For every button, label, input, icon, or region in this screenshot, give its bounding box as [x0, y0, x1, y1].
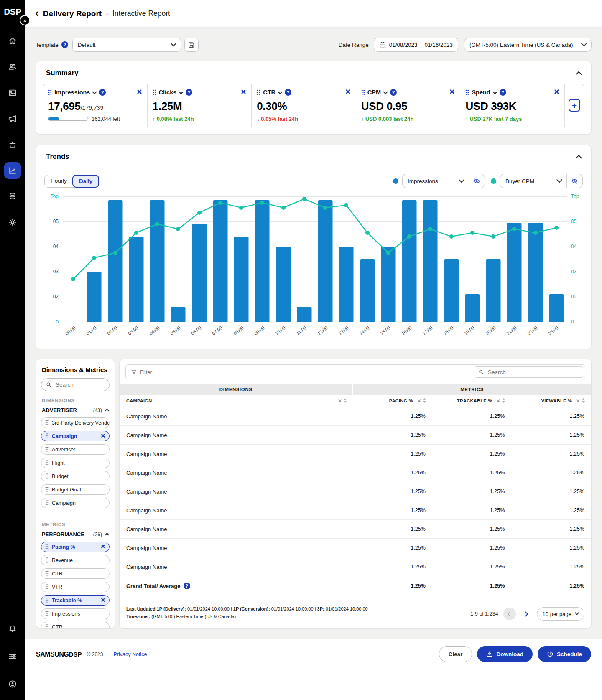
- buyer-cpm-point[interactable]: [512, 227, 516, 231]
- series-select[interactable]: Buyer CPM: [500, 174, 566, 188]
- buyer-cpm-point[interactable]: [428, 227, 432, 231]
- remove-chip-button[interactable]: [101, 433, 105, 439]
- help-icon[interactable]: ?: [99, 89, 106, 96]
- buyer-cpm-point[interactable]: [176, 227, 180, 231]
- panel-search[interactable]: [41, 378, 110, 391]
- date-range-input[interactable]: 01/08/2023 01/16/2023: [374, 38, 458, 52]
- buyer-cpm-point[interactable]: [71, 277, 75, 281]
- chevron-down-icon[interactable]: [383, 89, 388, 94]
- chip-ctr[interactable]: CTR: [41, 622, 110, 629]
- sidebar-item-home[interactable]: [4, 33, 21, 49]
- back-chevron-icon[interactable]: ‹: [35, 8, 39, 18]
- help-icon[interactable]: ?: [500, 89, 506, 96]
- chip-impressions[interactable]: Impressions: [41, 608, 110, 619]
- buyer-cpm-point[interactable]: [260, 201, 264, 205]
- template-help-icon[interactable]: ?: [61, 41, 68, 48]
- chevron-up-icon[interactable]: [105, 532, 109, 537]
- buyer-cpm-point[interactable]: [323, 206, 327, 210]
- buyer-cpm-point[interactable]: [449, 234, 454, 239]
- series-select[interactable]: Impressions: [403, 174, 469, 188]
- column-header-controls[interactable]: [496, 398, 505, 403]
- chip-revenue[interactable]: Revenue: [41, 555, 110, 565]
- hide-series-button[interactable]: [566, 174, 582, 188]
- column-header-controls[interactable]: [576, 398, 585, 403]
- chip-trackable-[interactable]: Trackable %: [41, 595, 110, 606]
- buyer-cpm-point[interactable]: [470, 231, 474, 235]
- chip-budget[interactable]: Budget: [41, 471, 110, 481]
- save-template-button[interactable]: [184, 38, 199, 52]
- chip-campaign[interactable]: Campaign: [41, 431, 110, 441]
- chip-budget-goal[interactable]: Budget Goal: [41, 484, 110, 495]
- chevron-up-icon[interactable]: [105, 408, 109, 413]
- schedule-button[interactable]: Schedule: [538, 646, 591, 662]
- clear-button[interactable]: Clear: [439, 646, 472, 662]
- buyer-cpm-point[interactable]: [533, 231, 538, 235]
- sidebar-item-reports[interactable]: [4, 162, 21, 179]
- remove-metric-button[interactable]: [554, 89, 559, 96]
- remove-metric-button[interactable]: [241, 89, 246, 96]
- previous-page-button[interactable]: [503, 608, 516, 620]
- table-search-input[interactable]: [487, 369, 579, 376]
- chip-3rd-party-delivery-vendor[interactable]: 3rd-Party Delivery Vendor: [41, 417, 110, 428]
- remove-metric-button[interactable]: [345, 89, 351, 96]
- buyer-cpm-point[interactable]: [218, 201, 222, 205]
- buyer-cpm-point[interactable]: [407, 234, 411, 239]
- buyer-cpm-point[interactable]: [491, 234, 495, 239]
- remove-chip-button[interactable]: [101, 544, 105, 550]
- column-header-controls[interactable]: [338, 398, 347, 403]
- help-icon[interactable]: ?: [186, 89, 192, 96]
- sidebar-item-preferences[interactable]: [4, 648, 21, 665]
- remove-metric-button[interactable]: [137, 89, 142, 96]
- buyer-cpm-point[interactable]: [113, 251, 117, 255]
- timezone-select[interactable]: (GMT-5:00) Eastern Time (US & Canada): [464, 38, 592, 52]
- buyer-cpm-point[interactable]: [134, 231, 138, 235]
- buyer-cpm-point[interactable]: [344, 203, 348, 207]
- next-page-button[interactable]: [520, 608, 533, 620]
- table-search[interactable]: [474, 366, 583, 378]
- table-filter-bar[interactable]: Filter: [125, 364, 585, 379]
- chevron-down-icon[interactable]: [92, 89, 97, 94]
- chevron-down-icon[interactable]: [278, 89, 282, 94]
- buyer-cpm-point[interactable]: [155, 222, 159, 226]
- hide-series-button[interactable]: [469, 174, 485, 188]
- help-icon[interactable]: ?: [390, 89, 397, 96]
- chip-campaign[interactable]: Campaign: [41, 498, 110, 508]
- collapse-summary-icon[interactable]: [576, 71, 582, 78]
- chip-ctr[interactable]: CTR: [41, 568, 110, 579]
- chip-flight[interactable]: Flight: [41, 458, 110, 468]
- buyer-cpm-point[interactable]: [302, 197, 306, 201]
- help-icon[interactable]: ?: [184, 583, 190, 589]
- remove-chip-button[interactable]: [101, 598, 105, 603]
- remove-metric-button[interactable]: [449, 89, 455, 96]
- download-button[interactable]: Download: [477, 646, 533, 662]
- sidebar-collapse-button[interactable]: »: [20, 15, 30, 25]
- sidebar-item-creatives[interactable]: [4, 84, 21, 101]
- chevron-down-icon[interactable]: [492, 89, 497, 94]
- sidebar-item-settings[interactable]: [4, 214, 21, 231]
- toggle-hourly[interactable]: Hourly: [45, 175, 73, 187]
- sidebar-item-notifications[interactable]: [4, 621, 21, 637]
- buyer-cpm-point[interactable]: [239, 206, 243, 210]
- page-size-select[interactable]: 10 per page: [537, 607, 584, 621]
- privacy-notice-link[interactable]: Privacy Notice: [113, 652, 147, 657]
- help-icon[interactable]: ?: [285, 89, 291, 96]
- buyer-cpm-point[interactable]: [554, 226, 559, 230]
- chip-vtr[interactable]: VTR: [41, 582, 110, 592]
- chip-pacing-[interactable]: Pacing %: [41, 542, 110, 552]
- column-header-controls[interactable]: [417, 398, 426, 403]
- sidebar-item-campaigns[interactable]: [4, 110, 21, 127]
- buyer-cpm-point[interactable]: [365, 231, 370, 235]
- buyer-cpm-point[interactable]: [197, 211, 202, 215]
- buyer-cpm-point[interactable]: [281, 206, 286, 210]
- buyer-cpm-point[interactable]: [92, 256, 96, 260]
- collapse-trends-icon[interactable]: [576, 155, 582, 161]
- template-select[interactable]: Default: [72, 38, 181, 52]
- buyer-cpm-point[interactable]: [386, 251, 390, 255]
- toggle-daily[interactable]: Daily: [72, 175, 99, 188]
- chevron-down-icon[interactable]: [179, 89, 184, 94]
- chip-advertiser[interactable]: Advertiser: [41, 444, 110, 455]
- sidebar-item-data[interactable]: [4, 188, 21, 205]
- sidebar-item-account[interactable]: [4, 676, 21, 692]
- panel-search-input[interactable]: [55, 381, 105, 388]
- sidebar-item-marketplace[interactable]: [4, 136, 21, 153]
